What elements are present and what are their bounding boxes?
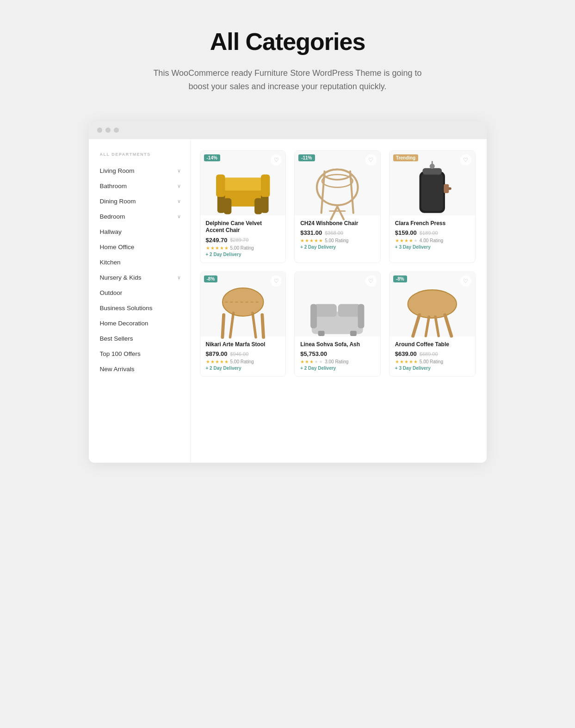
product-badge: -11% bbox=[298, 154, 315, 161]
chevron-down-icon: ∨ bbox=[177, 183, 181, 189]
sidebar-label: ALL DEPARTMENTS bbox=[100, 152, 190, 157]
product-badge: -8% bbox=[393, 275, 407, 282]
product-card-clara-press[interactable]: Trending♡ Clara French Press$159.00$189.… bbox=[389, 150, 476, 263]
wishlist-button[interactable]: ♡ bbox=[365, 275, 377, 287]
star-icon: ★ bbox=[305, 238, 309, 243]
wishlist-button[interactable]: ♡ bbox=[460, 275, 471, 287]
delivery-text: + 2 Day Delivery bbox=[300, 366, 375, 371]
product-price: $249.70$289.70 bbox=[206, 237, 280, 244]
price-old: $689.00 bbox=[420, 351, 438, 357]
star-icon: ★ bbox=[414, 359, 418, 364]
star-icon: ★ bbox=[409, 238, 413, 243]
product-card-linea-sofa[interactable]: ♡ Linea Sohva Sofa, Ash$5,753.00★★★★★3.0… bbox=[294, 271, 381, 377]
delivery-text: + 3 Day Delivery bbox=[395, 245, 470, 250]
browser-dot-red bbox=[97, 128, 102, 133]
product-card-delphine-chair[interactable]: -14%♡ Delphine Cane Velvet Accent Chair$… bbox=[200, 150, 286, 263]
svg-rect-7 bbox=[261, 175, 270, 197]
product-card-nikari-stool[interactable]: -8%♡ Nikari Arte Marfa Stool$879.00$946.… bbox=[200, 271, 286, 377]
product-card-ch24-chair[interactable]: -11%♡ CH24 Wishbone Chair$331.00$368.00★… bbox=[294, 150, 381, 263]
star-icon: ★ bbox=[210, 245, 215, 251]
price-current: $249.70 bbox=[206, 237, 228, 244]
sidebar-item-living-room[interactable]: Living Room∨ bbox=[100, 163, 190, 178]
page-subtitle: This WooCommerce ready Furniture Store W… bbox=[149, 67, 427, 93]
sidebar-item-outdoor[interactable]: Outdoor bbox=[100, 285, 190, 300]
page-title: All Categories bbox=[210, 28, 365, 55]
product-rating: ★★★★★3.00 Rating bbox=[300, 359, 375, 364]
stars: ★★★★★ bbox=[395, 238, 418, 243]
product-price: $5,753.00 bbox=[300, 350, 375, 357]
sidebar-item-business-solutions[interactable]: Business Solutions bbox=[100, 300, 190, 316]
sidebar-item-dining-room[interactable]: Dining Room∨ bbox=[100, 194, 190, 209]
star-icon: ★ bbox=[300, 238, 304, 243]
star-icon: ★ bbox=[224, 245, 229, 251]
wishlist-button[interactable]: ♡ bbox=[460, 154, 471, 165]
star-icon: ★ bbox=[400, 359, 404, 364]
star-icon: ★ bbox=[314, 359, 318, 364]
chevron-down-icon: ∨ bbox=[177, 275, 181, 281]
browser-dot-yellow bbox=[105, 128, 111, 133]
svg-rect-6 bbox=[216, 175, 225, 197]
product-badge: -8% bbox=[204, 275, 218, 282]
svg-rect-4 bbox=[223, 198, 231, 214]
product-image-wrap: -8%♡ bbox=[390, 272, 475, 336]
product-image bbox=[211, 280, 275, 328]
rating-text: 5.00 Rating bbox=[325, 238, 348, 243]
stars: ★★★★★ bbox=[300, 359, 323, 364]
product-image-wrap: -8%♡ bbox=[200, 272, 286, 336]
product-image-wrap: ♡ bbox=[295, 272, 380, 336]
sidebar-item-bathroom[interactable]: Bathroom∨ bbox=[100, 178, 190, 194]
svg-line-37 bbox=[426, 317, 429, 336]
product-badge: -14% bbox=[204, 154, 220, 161]
sidebar-item-bedroom[interactable]: Bedroom∨ bbox=[100, 209, 190, 224]
star-icon: ★ bbox=[206, 245, 210, 251]
price-current: $879.00 bbox=[206, 350, 228, 357]
svg-rect-30 bbox=[358, 304, 365, 329]
star-icon: ★ bbox=[224, 359, 229, 364]
svg-rect-27 bbox=[315, 304, 337, 317]
wishlist-button[interactable]: ♡ bbox=[365, 154, 377, 165]
product-image-wrap: -11%♡ bbox=[295, 151, 380, 215]
product-card-around-table[interactable]: -8%♡ Around Coffee Table$639.00$689.00★★… bbox=[389, 271, 476, 377]
svg-rect-28 bbox=[338, 304, 360, 317]
stars: ★★★★★ bbox=[206, 245, 229, 251]
sidebar-item-hallway[interactable]: Hallway bbox=[100, 224, 190, 239]
sidebar-item-new-arrivals[interactable]: New Arrivals bbox=[100, 361, 190, 377]
product-image bbox=[211, 159, 275, 207]
product-image bbox=[305, 159, 370, 207]
sidebar-item-top-100-offers[interactable]: Top 100 Offers bbox=[100, 346, 190, 361]
star-icon: ★ bbox=[220, 359, 224, 364]
rating-text: 4.00 Rating bbox=[420, 238, 443, 243]
svg-line-36 bbox=[445, 315, 451, 336]
product-rating: ★★★★★4.00 Rating bbox=[395, 238, 470, 243]
sidebar-item-nursery-kids[interactable]: Nursery & Kids∨ bbox=[100, 270, 190, 285]
stars: ★★★★★ bbox=[206, 359, 229, 364]
svg-line-35 bbox=[413, 315, 420, 336]
wishlist-button[interactable]: ♡ bbox=[271, 154, 282, 165]
svg-rect-32 bbox=[350, 331, 357, 336]
delivery-text: + 2 Day Delivery bbox=[300, 245, 375, 250]
product-image-wrap: -14%♡ bbox=[200, 151, 286, 215]
svg-rect-5 bbox=[254, 198, 262, 214]
svg-line-14 bbox=[337, 207, 344, 220]
price-old: $289.70 bbox=[230, 237, 249, 243]
product-price: $331.00$368.00 bbox=[300, 229, 375, 236]
delivery-text: + 2 Day Delivery bbox=[206, 252, 280, 257]
price-old: $189.00 bbox=[420, 230, 438, 236]
sidebar-item-kitchen[interactable]: Kitchen bbox=[100, 255, 190, 270]
wishlist-button[interactable]: ♡ bbox=[271, 275, 282, 287]
chevron-down-icon: ∨ bbox=[177, 198, 181, 204]
svg-rect-31 bbox=[318, 331, 325, 336]
products-grid: -14%♡ Delphine Cane Velvet Accent Chair$… bbox=[191, 139, 487, 463]
rating-text: 5.00 Rating bbox=[230, 359, 254, 364]
price-current: $5,753.00 bbox=[300, 350, 327, 357]
svg-point-12 bbox=[322, 175, 352, 188]
browser-dot-green bbox=[114, 128, 119, 133]
star-icon: ★ bbox=[309, 359, 314, 364]
browser-content: ALL DEPARTMENTS Living Room∨Bathroom∨Din… bbox=[89, 139, 487, 463]
sidebar-item-best-sellers[interactable]: Best Sellers bbox=[100, 331, 190, 346]
product-image bbox=[305, 280, 370, 328]
sidebar-item-home-decoration[interactable]: Home Decoration bbox=[100, 316, 190, 331]
sidebar-item-home-office[interactable]: Home Office bbox=[100, 239, 190, 255]
product-rating: ★★★★★5.00 Rating bbox=[300, 238, 375, 243]
star-icon: ★ bbox=[305, 359, 309, 364]
